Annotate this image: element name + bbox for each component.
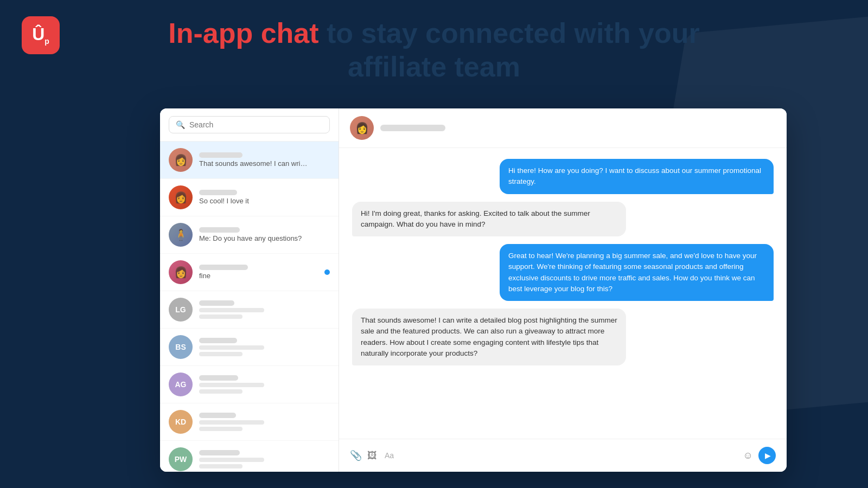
contact-name-bar — [199, 300, 234, 306]
contact-item[interactable]: 👩 fine — [160, 254, 339, 291]
emoji-icon[interactable]: ☺ — [743, 450, 753, 461]
image-icon[interactable]: 🖼 — [367, 450, 377, 461]
page-header: In-app chat to stay connected with your … — [0, 16, 868, 84]
contact-item[interactable]: 👩 So cool! I love it — [160, 179, 339, 216]
chat-header: 👩 — [339, 108, 787, 148]
contact-item[interactable]: LG — [160, 291, 339, 329]
search-input-wrap[interactable]: 🔍 — [169, 116, 330, 133]
avatar: KD — [169, 410, 193, 434]
contact-name-row — [199, 190, 330, 195]
unread-indicator — [324, 269, 330, 275]
avatar: 👩 — [169, 185, 193, 209]
messages-area[interactable]: Hi there! How are you doing? I want to d… — [339, 148, 787, 439]
contact-message: So cool! I love it — [199, 197, 308, 205]
contact-name-bar — [199, 338, 237, 343]
contact-message-bar — [199, 458, 264, 462]
avatar: 👩 — [169, 148, 193, 172]
chat-header-name-bar — [380, 125, 445, 131]
contact-message-bar2 — [199, 427, 242, 431]
message-input-placeholder[interactable]: Aa — [385, 451, 736, 460]
avatar: 👩 — [169, 260, 193, 284]
avatar: BS — [169, 335, 193, 359]
send-button[interactable]: ▶ — [758, 447, 776, 464]
avatar: AG — [169, 373, 193, 396]
contact-info: So cool! I love it — [199, 190, 330, 205]
contact-message-bar — [199, 345, 264, 350]
search-icon: 🔍 — [176, 120, 185, 129]
header-accent-text: In-app chat — [168, 17, 318, 49]
contact-item[interactable]: PW — [160, 441, 339, 472]
message-received: Hi! I'm doing great, thanks for asking. … — [352, 202, 626, 237]
contact-name-row — [199, 300, 330, 306]
contact-item[interactable]: 🧍 Me: Do you have any questions? — [160, 216, 339, 254]
contact-name-bar — [199, 227, 240, 233]
input-toolbar-icons: 📎 🖼 — [350, 450, 377, 461]
contact-item[interactable]: 👩 That sounds awesome! I can write a... — [160, 142, 339, 179]
contacts-sidebar: 🔍 👩 That sounds awesome! I can write a..… — [160, 108, 339, 472]
contact-info — [199, 450, 330, 468]
contact-message: Me: Do you have any questions? — [199, 234, 308, 242]
contact-message-bar — [199, 308, 264, 312]
attachment-icon[interactable]: 📎 — [350, 450, 362, 461]
message-sent: Great to hear! We're planning a big summ… — [500, 244, 774, 301]
contact-info — [199, 375, 330, 394]
contacts-list[interactable]: 👩 That sounds awesome! I can write a... … — [160, 142, 339, 472]
contact-message-bar2 — [199, 352, 242, 356]
contact-name-row — [199, 338, 330, 343]
input-right-icons: ☺ ▶ — [743, 447, 776, 464]
contact-message-bar2 — [199, 389, 242, 394]
header-rest-text: to stay connected with your — [319, 17, 700, 49]
contact-info — [199, 413, 330, 431]
contact-info — [199, 338, 330, 356]
contact-info — [199, 300, 330, 319]
message-sent: Hi there! How are you doing? I want to d… — [500, 159, 774, 194]
contact-info: That sounds awesome! I can write a... — [199, 152, 330, 168]
avatar: 🧍 — [169, 223, 193, 247]
contact-message-bar — [199, 383, 264, 387]
chat-header-avatar: 👩 — [350, 116, 374, 140]
contact-message-bar — [199, 420, 264, 425]
contact-message-bar2 — [199, 464, 242, 468]
search-bar: 🔍 — [160, 108, 339, 142]
contact-message: That sounds awesome! I can write a... — [199, 159, 308, 168]
chat-main: 👩 Hi there! How are you doing? I want to… — [339, 108, 787, 472]
contact-message-bar2 — [199, 314, 242, 319]
contact-info: fine — [199, 265, 330, 280]
contact-name-bar — [199, 413, 236, 418]
message-received: That sounds awesome! I can write a detai… — [352, 309, 626, 365]
send-arrow-icon: ▶ — [765, 451, 771, 460]
contact-name-row — [199, 265, 330, 270]
contact-name-bar — [199, 152, 242, 158]
contact-info: Me: Do you have any questions? — [199, 227, 330, 242]
contact-item[interactable]: BS — [160, 329, 339, 366]
header-line1: In-app chat to stay connected with your — [0, 16, 868, 50]
contact-name-row — [199, 375, 330, 381]
contact-item[interactable]: KD — [160, 403, 339, 441]
contact-name-row — [199, 152, 330, 158]
contact-message: fine — [199, 272, 308, 280]
contact-name-bar — [199, 450, 240, 455]
search-input[interactable] — [189, 120, 323, 129]
chat-container: 🔍 👩 That sounds awesome! I can write a..… — [160, 108, 787, 472]
contact-name-row — [199, 227, 330, 233]
header-line2: affiliate team — [0, 50, 868, 84]
contact-name-row — [199, 450, 330, 455]
contact-name-bar — [199, 265, 248, 270]
contact-name-bar — [199, 375, 238, 381]
avatar: LG — [169, 298, 193, 322]
contact-item[interactable]: AG — [160, 366, 339, 403]
chat-input-bar: 📎 🖼 Aa ☺ ▶ — [339, 439, 787, 472]
contact-name-row — [199, 413, 330, 418]
avatar: PW — [169, 447, 193, 471]
contact-name-bar — [199, 190, 237, 195]
